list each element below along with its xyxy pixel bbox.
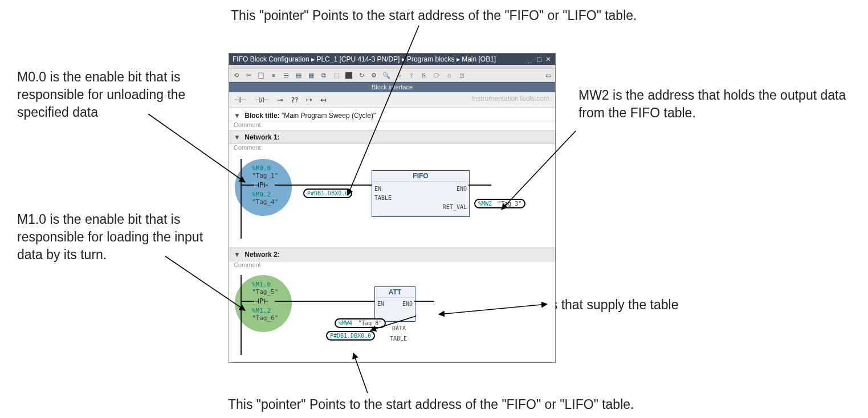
- network2-canvas: %M1.0 "Tag_5" ⊣P⊢ %M1.2 "Tag_6" ATT EN E…: [229, 271, 555, 362]
- tool-icon[interactable]: ☰: [282, 71, 291, 80]
- tool-icon[interactable]: ⧂: [432, 71, 441, 80]
- window-buttons: _ ◻ ✕: [527, 56, 552, 63]
- tool-icon[interactable]: 📋: [256, 71, 266, 80]
- tool-icon[interactable]: ≡: [269, 71, 278, 80]
- ladder-element-bar: InstrumentationTools.com ⊣⊢ ⊣/⊢ ⊸ ⁇ ↦ ↤: [229, 92, 555, 108]
- tool-icon[interactable]: ⚙: [369, 71, 378, 80]
- tool-icon[interactable]: ▤: [294, 71, 303, 80]
- close-icon[interactable]: ✕: [545, 56, 552, 63]
- watermark: InstrumentationTools.com: [471, 95, 549, 103]
- collapse-caret-icon[interactable]: ▼: [234, 112, 241, 120]
- tool-icon[interactable]: ⌂: [445, 71, 454, 80]
- toolbar: ⟲ ✂ 📋 ≡ ☰ ▤ ▦ ⧉ ⬚ ⬛ ↻ ⚙ 🔍 ⟐ ⟟ ⎘ ⧂ ⌂ ⍰ ▭: [229, 68, 555, 82]
- table-pointer-value: P#DB1.DBX0.0: [307, 190, 348, 196]
- network2-comment[interactable]: Comment: [229, 261, 555, 271]
- fifo-block[interactable]: FIFO EN ENO TABLE RET_VAL: [372, 170, 470, 217]
- tool-icon[interactable]: ⟐: [394, 71, 404, 80]
- wire: [468, 185, 491, 186]
- block-comment[interactable]: Comment: [229, 121, 555, 130]
- network1-label: Network 1:: [244, 133, 279, 141]
- wire: [242, 301, 254, 302]
- title-bar: FIFO Block Configuration ▸ PLC_1 [CPU 41…: [229, 54, 555, 65]
- tool-icon[interactable]: ⬚: [332, 71, 341, 80]
- wire: [242, 185, 254, 186]
- table-pointer-value-2: P#DB1.DBX0.0: [330, 333, 371, 339]
- tool-icon[interactable]: ✂: [244, 71, 253, 80]
- p-contact[interactable]: ⊣P⊢: [255, 181, 268, 189]
- port-en: EN: [374, 186, 381, 192]
- block-title-label: Block title:: [244, 112, 279, 120]
- block-title-row: ▼ Block title: "Main Program Sweep (Cycl…: [229, 108, 555, 121]
- breadcrumb: FIFO Block Configuration ▸ PLC_1 [CPU 41…: [233, 55, 496, 63]
- tool-icon[interactable]: ▭: [544, 71, 553, 80]
- data-pill: %MW4 "Tag_8": [335, 318, 386, 328]
- minimize-icon[interactable]: _: [527, 56, 533, 63]
- annotation-m10: M1.0 is the enable bit that is responsib…: [17, 211, 222, 264]
- output-pill: %MW2 "Tag_3": [474, 199, 525, 208]
- block-interface-band[interactable]: Block interface: [229, 82, 555, 92]
- collapse-caret-icon[interactable]: ▼: [234, 133, 241, 141]
- port-data: DATA: [392, 325, 406, 331]
- table-pointer-pill: P#DB1.DBX0.0: [303, 188, 352, 198]
- ladder-coil-icon[interactable]: ⊸: [277, 96, 283, 104]
- ladder-branch-close-icon[interactable]: ↤: [320, 96, 327, 104]
- block-title-value: "Main Program Sweep (Cycle)": [282, 112, 376, 120]
- network1-comment[interactable]: Comment: [229, 144, 555, 153]
- output-address: %MW2: [478, 200, 492, 207]
- network2-label: Network 2:: [244, 251, 279, 259]
- port-retval: RET_VAL: [443, 204, 467, 210]
- network2-header[interactable]: ▼ Network 2:: [229, 248, 555, 261]
- m02-address: %M0.2: [252, 191, 271, 198]
- wire: [414, 301, 434, 302]
- ladder-box-icon[interactable]: ⁇: [291, 96, 298, 104]
- wire: [275, 185, 372, 186]
- port-en: EN: [377, 301, 384, 307]
- tool-icon[interactable]: ⎘: [419, 71, 429, 80]
- data-tag: "Tag_8": [358, 320, 382, 326]
- tool-icon[interactable]: ▦: [307, 71, 316, 80]
- m12-tag: "Tag_6": [252, 314, 278, 322]
- fifo-block-title: FIFO: [372, 171, 469, 182]
- m12-address: %M1.2: [252, 307, 271, 314]
- m02-tag: "Tag_4": [252, 198, 278, 206]
- tool-icon[interactable]: ⍰: [457, 71, 466, 80]
- m00-tag: "Tag_1": [252, 172, 278, 179]
- left-power-rail: [241, 275, 242, 355]
- data-address: %MW4: [339, 320, 352, 326]
- left-power-rail: [241, 159, 242, 239]
- port-eno: ENO: [402, 301, 413, 307]
- att-block-title: ATT: [375, 287, 415, 298]
- tool-icon[interactable]: ⬛: [344, 71, 353, 80]
- wire: [275, 301, 374, 302]
- annotation-m00: M0.0 is the enable bit that is responsib…: [17, 68, 217, 121]
- annotation-top-pointer: This "pointer" Points to the start addre…: [231, 7, 641, 24]
- att-block[interactable]: ATT EN ENO: [374, 286, 415, 322]
- p-contact[interactable]: ⊣P⊢: [255, 297, 268, 305]
- tool-icon[interactable]: 🔍: [382, 71, 391, 80]
- m10-address: %M1.0: [252, 281, 271, 288]
- ladder-nc-contact-icon[interactable]: ⊣/⊢: [254, 96, 269, 104]
- port-table: TABLE: [390, 335, 407, 342]
- ladder-branch-open-icon[interactable]: ↦: [306, 96, 312, 104]
- collapse-caret-icon[interactable]: ▼: [234, 251, 241, 259]
- m10-tag: "Tag_5": [252, 288, 278, 296]
- m00-address: %M0.0: [252, 165, 271, 172]
- network1-canvas: %M0.0 "Tag_1" ⊣P⊢ %M0.2 "Tag_4" P#DB1.DB…: [229, 153, 555, 248]
- tool-icon[interactable]: ⟲: [231, 71, 241, 80]
- annotation-mw2: MW2 is the address that holds the output…: [578, 87, 846, 122]
- tool-icon[interactable]: ⟟: [407, 71, 416, 80]
- table-pointer-pill-2: P#DB1.DBX0.0: [326, 331, 375, 341]
- tool-icon[interactable]: ↻: [357, 71, 366, 80]
- tool-icon[interactable]: ⧉: [319, 71, 328, 80]
- editor-window: FIFO Block Configuration ▸ PLC_1 [CPU 41…: [229, 53, 556, 363]
- output-tag: "Tag_3": [498, 200, 521, 207]
- ladder-no-contact-icon[interactable]: ⊣⊢: [234, 96, 246, 104]
- network1-header[interactable]: ▼ Network 1:: [229, 130, 555, 144]
- maximize-icon[interactable]: ◻: [536, 56, 543, 63]
- port-eno: ENO: [457, 186, 467, 192]
- annotation-bottom-pointer: This "pointer" Points to the start addre…: [228, 396, 644, 413]
- port-table: TABLE: [374, 195, 392, 201]
